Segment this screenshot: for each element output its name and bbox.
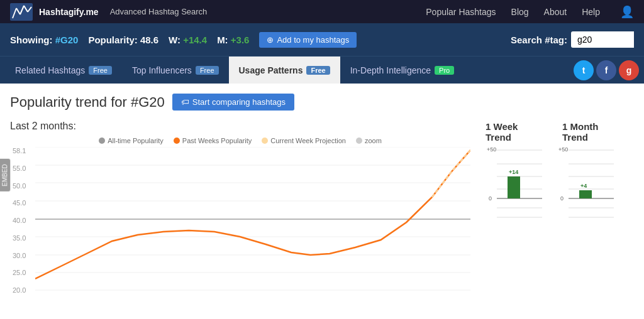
site-tagline: Advanced Hashtag Search: [110, 7, 208, 16]
week-trend-svg: +50 0 +14: [486, 145, 542, 220]
main-chart: [35, 147, 470, 291]
legend-pastweeks: Past Weeks Popularity: [174, 137, 252, 144]
tab-top-influencers[interactable]: Top Influencers Free: [122, 57, 229, 84]
tab-usage-patterns[interactable]: Usage Patterns Free: [229, 57, 340, 84]
twitter-button[interactable]: t: [574, 60, 594, 80]
legend-dot-pastweeks: [174, 138, 180, 144]
month-trend-svg: +50 0 +4: [557, 145, 614, 220]
svg-text:+4: +4: [580, 183, 587, 189]
popular-hashtags-link[interactable]: Popular Hashtags: [426, 7, 496, 17]
w-stat: W: +14.4: [169, 35, 207, 45]
week-trend-chart: +50 0 +14: [486, 145, 542, 223]
month-trend-title: 1 Month Trend: [562, 121, 619, 143]
site-name: Hashtagify.me: [39, 7, 99, 17]
add-to-hashtags-button[interactable]: ⊕ Add to my hashtags: [259, 32, 357, 48]
y-axis: 20.0 25.0 30.0 35.0 40.0 45.0 50.0 55.0 …: [13, 147, 26, 294]
legend-dot-alltime: [99, 138, 105, 144]
blog-link[interactable]: Blog: [511, 7, 529, 17]
about-link[interactable]: About: [544, 7, 567, 17]
tab-indepth-intelligence[interactable]: In-Depth Intelligence Pro: [340, 57, 465, 84]
month-trend-chart: +50 0 +4: [557, 145, 614, 223]
legend-zoom: zoom: [356, 137, 382, 144]
svg-text:+50: +50: [558, 146, 568, 153]
popularity-stat: Popularity: 48.6: [88, 35, 158, 45]
compare-button[interactable]: 🏷 Start comparing hashtags: [172, 94, 294, 111]
svg-text:0: 0: [489, 195, 492, 202]
main-content: Popularity trend for #G20 🏷 Start compar…: [0, 84, 644, 294]
tab-bar: Related Hashtags Free Top Influencers Fr…: [0, 56, 644, 84]
tab-group: Related Hashtags Free Top Influencers Fr…: [5, 57, 464, 84]
social-icons: t f g: [574, 57, 644, 84]
search-input[interactable]: [571, 31, 634, 48]
section-subtitle: Last 2 months:: [10, 121, 470, 132]
page-title: Popularity trend for #G20 🏷 Start compar…: [10, 94, 470, 111]
svg-rect-23: [508, 176, 520, 198]
chart-legend: All-time Popularity Past Weeks Popularit…: [10, 137, 470, 144]
search-label: Search #tag:: [511, 35, 567, 45]
showing-label: Showing: #G20: [10, 35, 78, 45]
svg-text:0: 0: [560, 195, 564, 202]
google-button[interactable]: g: [619, 60, 639, 80]
trend-headers: 1 Week Trend 1 Month Trend: [486, 121, 634, 143]
legend-alltime: All-time Popularity: [99, 137, 164, 144]
svg-rect-34: [579, 190, 592, 198]
info-bar: Showing: #G20 Popularity: 48.6 W: +14.4 …: [0, 23, 644, 56]
trend-charts: +50 0 +14: [486, 145, 634, 223]
embed-tab[interactable]: EMBED: [0, 160, 10, 192]
logo-area: Hashtagify.me Advanced Hashtag Search: [10, 3, 426, 21]
facebook-button[interactable]: f: [596, 60, 616, 80]
search-area: Search #tag:: [511, 31, 634, 48]
help-link[interactable]: Help: [582, 7, 600, 17]
left-panel: Popularity trend for #G20 🏷 Start compar…: [10, 94, 470, 294]
site-logo-icon: [10, 3, 33, 21]
m-stat: M: +3.6: [217, 35, 249, 45]
chart-wrapper: 20.0 25.0 30.0 35.0 40.0 45.0 50.0 55.0 …: [35, 147, 470, 294]
legend-projection: Current Week Projection: [262, 137, 346, 144]
svg-text:+50: +50: [487, 146, 496, 153]
user-icon[interactable]: 👤: [620, 5, 634, 19]
trend-section: 1 Week Trend 1 Month Trend +50 0: [486, 121, 634, 223]
svg-text:+14: +14: [509, 169, 518, 175]
top-nav-links: Popular Hashtags Blog About Help 👤: [426, 5, 634, 19]
tab-related-hashtags[interactable]: Related Hashtags Free: [5, 57, 122, 84]
legend-dot-zoom: [356, 138, 362, 144]
right-panel: 1 Week Trend 1 Month Trend +50 0: [470, 94, 634, 294]
hashtag-value: #G20: [55, 35, 79, 45]
week-trend-title: 1 Week Trend: [486, 121, 542, 143]
legend-dot-projection: [262, 138, 268, 144]
top-navigation: Hashtagify.me Advanced Hashtag Search Po…: [0, 0, 644, 23]
